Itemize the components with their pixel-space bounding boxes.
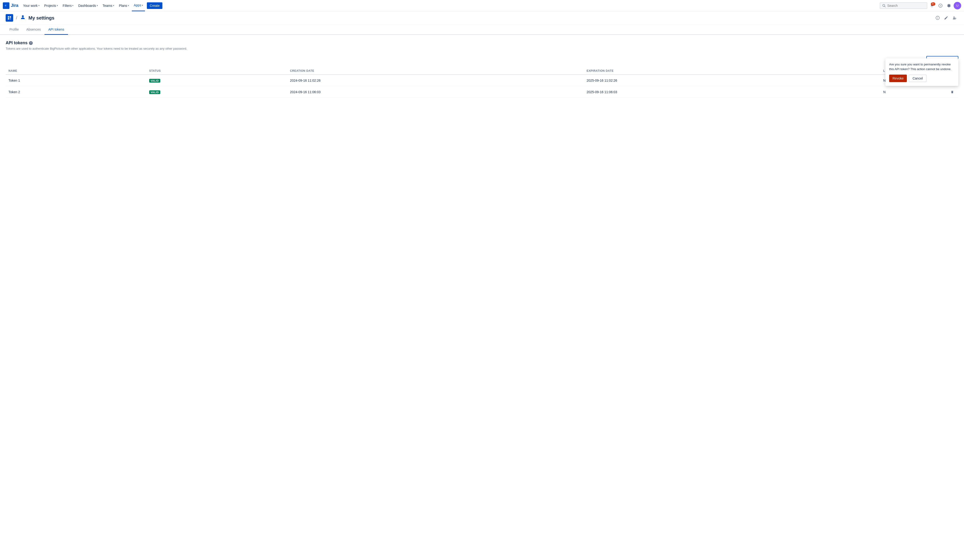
- svg-line-2: [885, 6, 886, 7]
- tab-api-tokens[interactable]: API tokens: [44, 25, 68, 35]
- status-badge-1: VALID: [149, 90, 160, 94]
- user-icon: [20, 15, 26, 21]
- revoke-confirm-popover: Are you sure you want to permanently rev…: [886, 59, 958, 86]
- app-icon-svg: [7, 16, 12, 20]
- svg-point-15: [955, 18, 956, 19]
- user-settings-icon: [953, 16, 957, 20]
- navbar: Jira Your work ▾ Projects ▾ Filters ▾ Da…: [0, 0, 964, 11]
- notifications-button[interactable]: 9+: [928, 2, 936, 10]
- nav-your-work-label: Your work: [23, 4, 37, 8]
- info-button[interactable]: [934, 14, 941, 22]
- token-name-0: Token 1: [6, 75, 147, 86]
- breadcrumb-separator: /: [16, 16, 17, 21]
- section-title: API tokens: [6, 41, 28, 46]
- nav-plans-chevron: ▾: [128, 4, 129, 7]
- tab-absences[interactable]: Absences: [23, 25, 44, 35]
- nav-filters[interactable]: Filters ▾: [61, 0, 75, 11]
- tab-profile[interactable]: Profile: [6, 25, 23, 35]
- edit-icon: [944, 16, 948, 20]
- nav-dashboards-chevron: ▾: [97, 4, 98, 7]
- nav-plans-label: Plans: [119, 4, 127, 8]
- help-icon: ?: [938, 3, 943, 8]
- svg-rect-8: [8, 18, 9, 20]
- navbar-right: 9+ ? U: [880, 2, 961, 10]
- status-badge-0: VALID: [149, 79, 160, 83]
- user-settings-button[interactable]: [951, 14, 958, 22]
- table-header: NAME STATUS CREATION DATE EXPIRATION DAT…: [6, 67, 958, 75]
- token-name-1: Token 2: [6, 86, 147, 98]
- edit-button[interactable]: [942, 14, 950, 22]
- token-status-0: VALID: [147, 75, 287, 86]
- nav-teams[interactable]: Teams ▾: [101, 0, 116, 11]
- create-button[interactable]: Create: [147, 2, 163, 9]
- svg-rect-9: [10, 18, 11, 20]
- col-creation-date: CREATION DATE: [287, 67, 584, 75]
- svg-rect-6: [8, 16, 9, 18]
- jira-logo[interactable]: Jira: [3, 2, 18, 9]
- popover-message: Are you sure you want to permanently rev…: [889, 62, 954, 71]
- svg-text:?: ?: [940, 4, 941, 7]
- jira-logo-text: Jira: [11, 3, 18, 8]
- nav-teams-chevron: ▾: [113, 4, 114, 7]
- token-expiration-1: 2025-09-16 11:06:03: [584, 86, 880, 98]
- help-button[interactable]: ?: [937, 2, 944, 10]
- token-table: NAME STATUS CREATION DATE EXPIRATION DAT…: [6, 67, 958, 98]
- nav-your-work[interactable]: Your work ▾: [21, 0, 41, 11]
- cancel-button[interactable]: Cancel: [909, 75, 927, 82]
- nav-teams-label: Teams: [103, 4, 112, 8]
- token-delete-button-1[interactable]: [949, 89, 956, 95]
- page-header: / My settings: [0, 11, 964, 25]
- page-title: My settings: [28, 15, 54, 21]
- table-row: Token 1 VALID 2024-09-16 11:02:26 2025-0…: [6, 75, 958, 86]
- svg-rect-5: [7, 16, 12, 20]
- jira-logo-icon: [3, 2, 10, 9]
- search-icon: [882, 4, 886, 8]
- section-actions: + Add new token: [6, 56, 958, 63]
- row-trash-icon-1: [951, 90, 954, 94]
- content-area: API tokens ? Tokens are used to authenti…: [0, 35, 964, 104]
- revoke-confirm-button[interactable]: Revoke: [889, 75, 907, 82]
- svg-point-10: [22, 15, 24, 17]
- popover-actions: Revoke Cancel: [889, 75, 954, 82]
- avatar-initials: U: [956, 4, 958, 7]
- section-header: API tokens ?: [6, 41, 958, 46]
- search-box[interactable]: [880, 2, 927, 9]
- token-status-1: VALID: [147, 86, 287, 98]
- nav-apps-chevron: ▾: [142, 4, 143, 7]
- nav-your-work-chevron: ▾: [38, 4, 39, 7]
- gear-icon: [947, 3, 951, 8]
- app-icon: [6, 14, 13, 22]
- notification-badge: 9+: [931, 2, 935, 6]
- section-description: Tokens are used to authenticate BigPictu…: [6, 47, 958, 50]
- nav-filters-chevron: ▾: [72, 4, 73, 7]
- nav-dashboards-label: Dashboards: [78, 4, 96, 8]
- settings-button[interactable]: [945, 2, 953, 10]
- user-avatar[interactable]: U: [954, 2, 961, 10]
- nav-filters-label: Filters: [63, 4, 72, 8]
- page-header-actions: [934, 14, 958, 22]
- nav-projects-chevron: ▾: [57, 4, 58, 7]
- nav-apps-label: Apps: [134, 3, 141, 7]
- svg-rect-7: [10, 16, 11, 18]
- tabs: Profile Absences API tokens: [0, 25, 964, 35]
- svg-point-14: [953, 16, 954, 18]
- info-icon: [936, 16, 940, 20]
- token-creation-0: 2024-09-16 11:02:26: [287, 75, 584, 86]
- table-row: Token 2 VALID 2024-09-16 11:06:03 2025-0…: [6, 86, 958, 98]
- token-last-used-1: N: [881, 86, 946, 98]
- token-table-body: Token 1 VALID 2024-09-16 11:02:26 2025-0…: [6, 75, 958, 98]
- nav-projects-label: Projects: [44, 4, 56, 8]
- token-expiration-0: 2025-09-16 11:02:26: [584, 75, 880, 86]
- token-creation-1: 2024-09-16 11:06:03: [287, 86, 584, 98]
- col-status: STATUS: [147, 67, 287, 75]
- col-expiration-date: EXPIRATION DATE: [584, 67, 880, 75]
- token-actions-1: [946, 86, 958, 98]
- help-tooltip-icon[interactable]: ?: [29, 41, 33, 45]
- nav-apps[interactable]: Apps ▾: [132, 0, 145, 11]
- search-input[interactable]: [887, 4, 925, 8]
- nav-dashboards[interactable]: Dashboards ▾: [76, 0, 100, 11]
- col-name: NAME: [6, 67, 147, 75]
- nav-plans[interactable]: Plans ▾: [117, 0, 131, 11]
- nav-projects[interactable]: Projects ▾: [42, 0, 60, 11]
